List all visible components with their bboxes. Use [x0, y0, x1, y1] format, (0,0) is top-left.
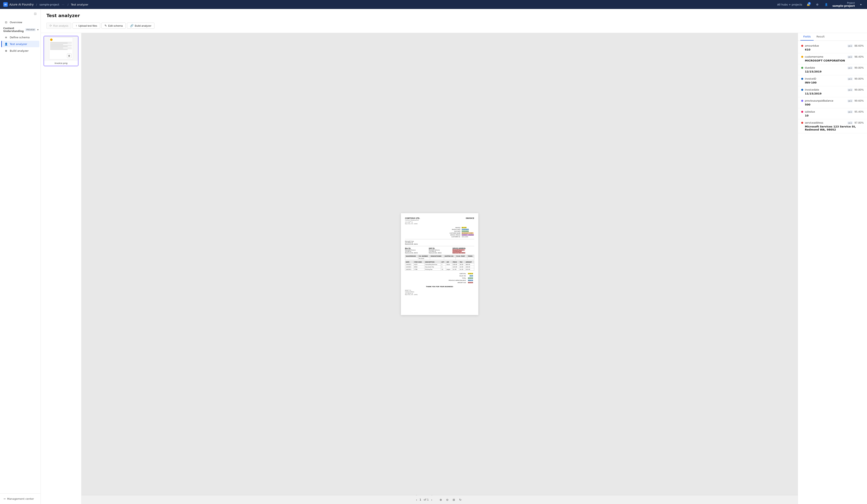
field-header-duedate: duedate p.1 99.80%	[801, 66, 864, 69]
run-analysis-button[interactable]: ⟳ Run analysis	[46, 23, 71, 29]
doc-line-1	[50, 42, 72, 43]
user-icon[interactable]: 👤	[823, 2, 829, 7]
ship-to: SHIP TO: Microsoft Delivery 123 Ship St.…	[429, 247, 451, 254]
field-value-invoiceID: INV-100	[801, 81, 864, 84]
field-dot-previousunpaidbalance	[801, 100, 803, 102]
field-item-invoicedate: invoicedate p.1 99.80% 11/15/2019	[798, 86, 867, 97]
sidebar-toggle-btn[interactable]: ◫	[32, 11, 38, 16]
doc-line-9	[50, 49, 72, 49]
sidebar-item-test-analyzer[interactable]: 👤 Test analyzer	[1, 41, 39, 47]
three-panel: 🗑 invoice.png CONTOSO LTD.	[41, 33, 867, 504]
field-value-duedate: 12/15/2019	[801, 70, 864, 73]
file-panel: 🗑 invoice.png	[41, 33, 82, 504]
project-dropdown[interactable]: Project sample-project	[832, 2, 855, 7]
field-confidence-invoicedate: 99.80%	[854, 88, 864, 91]
field-dot-amountdue	[801, 45, 803, 47]
file-delete-btn[interactable]: 🗑	[67, 54, 72, 58]
build-analyzer-toolbar-icon: 🔗	[130, 24, 133, 27]
zoom-in-tool[interactable]: ⊕	[438, 497, 444, 503]
current-page-breadcrumb: Test analyzer	[71, 3, 88, 6]
remit-to: REMIT TO: Contoso Billing 123 Remit St N…	[405, 290, 474, 295]
sidebar-item-build-analyzer[interactable]: ⊕ Build analyzer	[1, 47, 39, 54]
service-addr-line1: Microsoft Services...	[452, 249, 465, 251]
field-confidence-invoiceID: 99.80%	[854, 77, 864, 80]
sidebar-toggle: ◫	[0, 9, 41, 18]
tab-fields[interactable]: Fields	[800, 33, 814, 41]
build-analyzer-button[interactable]: 🔗 Build analyzer	[127, 23, 154, 29]
field-header-invoiceID: invoiceID p.1 99.80%	[801, 77, 864, 80]
content-area: Test analyzer ⟳ Run analysis ↑ Upload te…	[41, 9, 867, 504]
amount-due-highlight: $610.00	[468, 282, 473, 283]
field-header-invoicedate: invoicedate p.1 99.80%	[801, 88, 864, 91]
fit-tool[interactable]: ⊞	[451, 497, 457, 503]
field-name-invoiceID: invoiceID	[805, 77, 846, 80]
field-item-duedate: duedate p.1 99.80% 12/15/2019	[798, 64, 867, 75]
content-understanding-label: Content Understanding	[3, 27, 24, 33]
field-page-amountdue: p.1	[847, 45, 853, 47]
sidebar-item-overview[interactable]: ⊡ Overview	[1, 19, 39, 25]
field-confidence-duedate: 99.80%	[854, 66, 864, 69]
sidebar-nav: ⊡ Overview Content Understanding PREVIEW…	[0, 18, 41, 493]
doc-line-7	[50, 47, 72, 47]
project-breadcrumb[interactable]: sample-project	[40, 3, 59, 6]
field-confidence-customername: 98.40%	[854, 55, 864, 58]
dropdown-chevron-icon[interactable]: ▾	[858, 2, 864, 7]
field-item-customername: customername p.1 98.40% MICROSOFT CORPOR…	[798, 53, 867, 64]
sidebar-item-management[interactable]: → Management center	[3, 496, 37, 502]
rotate-tool[interactable]: ↻	[458, 497, 463, 503]
settings-icon[interactable]: ⚙	[814, 2, 820, 7]
sidebar-bottom: → Management center	[0, 493, 41, 504]
field-name-amountdue: amountdue	[805, 44, 846, 47]
field-name-invoicedate: invoicedate	[805, 88, 846, 91]
sidebar-item-define-schema[interactable]: ≡ Define schema	[1, 34, 39, 41]
zoom-out-tool[interactable]: ⊖	[445, 497, 450, 503]
edit-schema-icon: ✎	[105, 24, 107, 27]
hubs-link[interactable]: All hubs + projects	[777, 3, 802, 6]
prev-page-btn[interactable]: ‹	[416, 495, 417, 504]
customer-name-highlight: MICROSOFT CORP...	[462, 232, 474, 234]
field-page-customername: p.1	[847, 56, 853, 58]
doc-line-5	[50, 45, 72, 46]
field-item-previousunpaidbalance: previousunpaidbalance p.1 99.60% 500	[798, 97, 867, 108]
doc-line-6	[50, 46, 68, 47]
field-page-previousunpaidbalance: p.1	[847, 99, 853, 102]
upload-icon: ↑	[76, 24, 77, 27]
notification-badge: 1	[808, 2, 811, 5]
file-thumbnail-inner: 🗑	[49, 37, 73, 60]
breadcrumb-sep2: ⋯	[62, 3, 64, 6]
doc-viewer[interactable]: CONTOSO LTD. Contoso Headquarters 123 45…	[82, 33, 798, 495]
upload-test-files-label: Upload test files	[78, 24, 97, 27]
totals-table: SUBTOTAL$100.00 SALES TAX$0.00 TOTAL$110…	[447, 272, 474, 284]
field-page-duedate: p.1	[847, 67, 853, 69]
field-value-amountdue: 610	[801, 48, 864, 51]
notification-icon[interactable]: 🔔 1	[805, 2, 811, 7]
sales-tax-highlight: $0.00	[470, 275, 473, 277]
field-name-previousunpaidbalance: previousunpaidbalance	[805, 99, 846, 102]
bill-to: BILL TO: Microsoft Finance 123 Bill St. …	[405, 247, 427, 254]
prev-balance-highlight: $500.00	[468, 280, 473, 281]
section-chevron[interactable]: ▾	[37, 28, 39, 31]
edit-schema-button[interactable]: ✎ Edit schema	[101, 23, 126, 29]
next-page-btn[interactable]: ›	[431, 495, 432, 504]
run-analysis-label: Run analysis	[53, 24, 68, 27]
brand-name[interactable]: Azure AI Foundry	[9, 3, 34, 6]
service-addr-line2: 123 Service St.	[452, 251, 462, 252]
management-label: Management center	[7, 497, 34, 500]
field-confidence-amountdue: 88.60%	[854, 44, 864, 47]
upload-test-files-button[interactable]: ↑ Upload test files	[73, 23, 100, 29]
doc-page: CONTOSO LTD. Contoso Headquarters 123 45…	[401, 213, 478, 315]
invoice-header: CONTOSO LTD. Contoso Headquarters 123 45…	[405, 217, 474, 225]
field-name-serviceaddress: serviceaddress	[805, 121, 846, 124]
doc-line-2	[50, 43, 68, 43]
total-highlight: $110.00	[468, 277, 473, 279]
subtotal-highlight: $100.00	[468, 273, 473, 274]
field-page-salestax: p.1	[847, 110, 853, 113]
field-dot-invoicedate	[801, 89, 803, 91]
field-item-serviceaddress: serviceaddress p.1 97.80% Microsoft Serv…	[798, 119, 867, 133]
tab-result[interactable]: Result	[814, 33, 827, 41]
bill-ship-row: BILL TO: Microsoft Finance 123 Bill St. …	[405, 247, 474, 254]
field-name-salestax: salestax	[805, 110, 846, 113]
field-dot-customername	[801, 56, 803, 58]
file-thumb-circle	[50, 39, 53, 41]
file-item[interactable]: 🗑 invoice.png	[44, 36, 78, 66]
